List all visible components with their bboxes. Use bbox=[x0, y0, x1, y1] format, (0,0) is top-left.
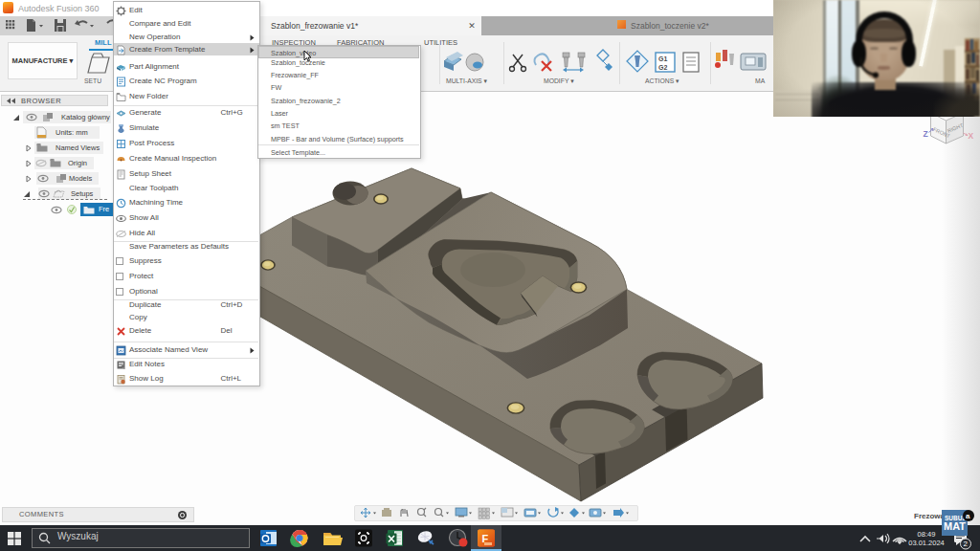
svg-text:X: X bbox=[969, 131, 974, 141]
svg-text:2: 2 bbox=[964, 540, 969, 548]
svg-text:G2: G2 bbox=[658, 64, 667, 71]
svg-text:G1: G1 bbox=[658, 55, 667, 62]
svg-text:Z: Z bbox=[924, 129, 928, 139]
svg-text:F: F bbox=[482, 533, 489, 544]
